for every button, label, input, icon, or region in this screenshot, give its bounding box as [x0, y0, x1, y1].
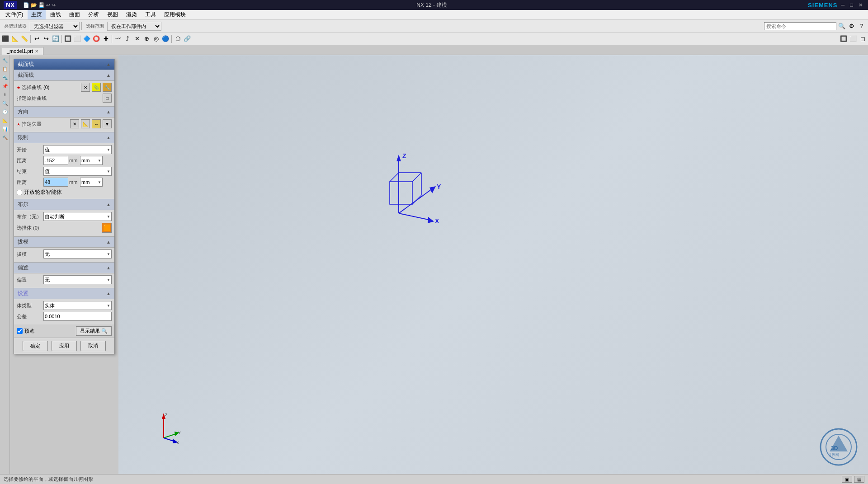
menu-analysis[interactable]: 分析: [85, 10, 103, 19]
start-select[interactable]: 值: [43, 145, 112, 154]
tb2-icon17[interactable]: 🔵: [161, 34, 170, 43]
smart-body-checkbox[interactable]: [17, 190, 22, 195]
toolbar2: ⬛ 📐 📏 ↩ ↪ 🔄 🔲 ⬜ 🔷 ⭕ ✚ 〰 ⤴ ✕ ⊕ ◎ 🔵 ⬡ 🔗 🔲 …: [0, 33, 868, 45]
draft-select[interactable]: 无: [43, 249, 112, 258]
sb-icon-8[interactable]: 📐: [1, 116, 9, 124]
show-result-label: 显示结果: [80, 328, 100, 334]
show-result-btn[interactable]: 显示结果 🔍: [76, 326, 112, 336]
maximize-button[interactable]: □: [848, 2, 855, 8]
clear-curve-btn[interactable]: ✕: [81, 83, 90, 92]
tb2-icon-end3[interactable]: ◻: [858, 34, 867, 43]
menu-curves[interactable]: 曲线: [47, 10, 65, 19]
start-distance-input[interactable]: -152: [43, 156, 68, 165]
sb-icon-10[interactable]: 🔨: [1, 133, 9, 141]
tb-icon-open[interactable]: 📂: [31, 2, 37, 8]
end-distance-input[interactable]: 48: [43, 178, 68, 187]
close-button[interactable]: ✕: [857, 2, 864, 8]
status-btn-2[interactable]: ▤: [854, 476, 864, 483]
sb-icon-3[interactable]: 🔩: [1, 73, 9, 81]
select-curves-row: 选择曲线 (0) ✕ 📎 🔧: [17, 83, 112, 92]
sb-icon-7[interactable]: 🕐: [1, 108, 9, 116]
dialog-collapse-icon[interactable]: ▲: [106, 62, 111, 67]
section-settings-header[interactable]: 设置 ▲: [14, 288, 114, 299]
section-draft-header[interactable]: 拔模 ▲: [14, 236, 114, 248]
menu-render[interactable]: 渲染: [123, 10, 141, 19]
menu-apps[interactable]: 应用模块: [160, 10, 189, 19]
tb2-icon-end2[interactable]: ⬜: [849, 34, 858, 43]
tb-icon-save[interactable]: 💾: [38, 2, 45, 8]
body-type-select[interactable]: 实体: [43, 301, 112, 310]
section-curves-header[interactable]: 截面线 ▲: [14, 70, 114, 81]
tb-icon-new[interactable]: 📄: [23, 2, 29, 8]
tb2-icon11[interactable]: ✚: [101, 34, 110, 43]
curve-hint-btn[interactable]: □: [103, 94, 112, 103]
tb2-icon15[interactable]: ⊕: [142, 34, 151, 43]
filter-select[interactable]: 无选择过滤器: [30, 22, 80, 31]
tb2-icon8[interactable]: ⬜: [73, 34, 82, 43]
vector-ref-btn[interactable]: 📐: [81, 119, 90, 128]
tb2-icon7[interactable]: 🔲: [63, 34, 72, 43]
search-input[interactable]: [764, 22, 836, 30]
tb-icon-redo[interactable]: ↪: [52, 2, 56, 8]
vector-flip-btn[interactable]: ↔: [92, 119, 101, 128]
ok-button[interactable]: 确定: [23, 341, 48, 351]
menu-file[interactable]: 文件(F): [2, 10, 27, 19]
tb2-icon14[interactable]: ✕: [132, 34, 142, 43]
sb-icon-1[interactable]: 🔧: [1, 56, 9, 64]
help-icon[interactable]: ?: [857, 22, 866, 31]
tb2-icon19[interactable]: 🔗: [183, 34, 192, 43]
menu-view[interactable]: 视图: [104, 10, 122, 19]
tab-close-button[interactable]: ✕: [35, 49, 38, 54]
select-body-btn[interactable]: 🟧: [102, 223, 112, 233]
sb-icon-2[interactable]: 📋: [1, 65, 9, 73]
tb2-icon-end1[interactable]: 🔲: [839, 34, 848, 43]
offset-select[interactable]: 无: [43, 275, 112, 284]
tb2-icon16[interactable]: ◎: [151, 34, 160, 43]
scope-select[interactable]: 仅在工作部件内: [107, 22, 161, 31]
tb2-icon9[interactable]: 🔷: [82, 34, 91, 43]
tb2-icon6[interactable]: 🔄: [51, 34, 60, 43]
minimize-button[interactable]: ─: [840, 2, 847, 8]
dialog-titlebar[interactable]: 截面线 ▲: [14, 59, 114, 70]
cancel-button[interactable]: 取消: [80, 341, 106, 351]
tb2-icon12[interactable]: 〰: [113, 34, 123, 43]
end-unit-select[interactable]: mm: [80, 178, 103, 187]
preview-label: 预览: [24, 328, 34, 334]
sb-icon-6[interactable]: 🔍: [1, 99, 9, 107]
section-offset-header[interactable]: 偏置 ▲: [14, 262, 114, 273]
start-unit-select[interactable]: mm: [80, 156, 103, 165]
end-select[interactable]: 值: [43, 167, 112, 176]
vector-option-btn[interactable]: ▼: [103, 119, 112, 128]
tb2-icon4[interactable]: ↩: [32, 34, 41, 43]
tb-icon-undo[interactable]: ↩: [46, 2, 50, 8]
tolerance-input[interactable]: 0.0010: [43, 312, 112, 321]
preview-checkbox[interactable]: [17, 328, 23, 334]
clear-vector-btn[interactable]: ✕: [70, 119, 79, 128]
svg-line-10: [390, 173, 399, 182]
status-btn-1[interactable]: ▣: [842, 476, 852, 483]
tb2-icon18[interactable]: ⬡: [173, 34, 182, 43]
menu-surface[interactable]: 曲面: [66, 10, 84, 19]
search-icon[interactable]: 🔍: [837, 22, 846, 31]
sb-icon-4[interactable]: 📌: [1, 82, 9, 90]
section-direction-header[interactable]: 方向 ▲: [14, 106, 114, 117]
tb2-icon5[interactable]: ↪: [42, 34, 51, 43]
section-boolean-header[interactable]: 布尔 ▲: [14, 199, 114, 210]
tb2-icon13[interactable]: ⤴: [123, 34, 132, 43]
curve-option-btn[interactable]: 🔧: [103, 83, 112, 92]
sb-icon-5[interactable]: ℹ: [1, 90, 9, 99]
viewport[interactable]: Z Y X: [118, 55, 868, 474]
sb-icon-9[interactable]: 📊: [1, 125, 9, 133]
boolean-select[interactable]: 自动判断: [43, 212, 112, 221]
section-limits-header[interactable]: 限制 ▲: [14, 132, 114, 143]
tb2-icon2[interactable]: 📐: [10, 34, 19, 43]
select-curve-btn[interactable]: 📎: [92, 83, 101, 92]
menu-home[interactable]: 主页: [28, 10, 46, 19]
tab-model1[interactable]: _model1.prt ✕: [2, 47, 43, 55]
tb2-icon10[interactable]: ⭕: [92, 34, 101, 43]
settings-icon[interactable]: ⚙: [847, 22, 856, 31]
tb2-icon3[interactable]: 📏: [20, 34, 29, 43]
apply-button[interactable]: 应用: [52, 341, 77, 351]
menu-tools[interactable]: 工具: [142, 10, 160, 19]
tb2-icon1[interactable]: ⬛: [1, 34, 10, 43]
